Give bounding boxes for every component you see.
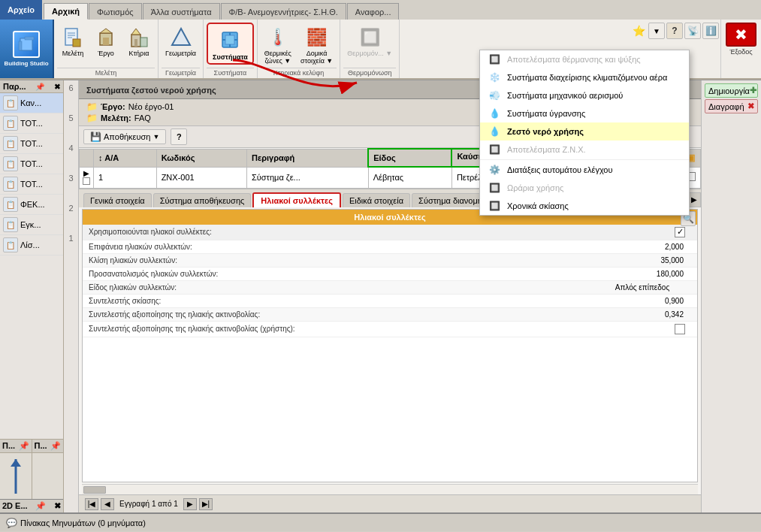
water-icon: 💧 <box>489 126 503 137</box>
left-panel-item-7[interactable]: 📋 Λίσ... <box>0 235 63 255</box>
detail-row-2: Κλίση ηλιακών συλλεκτών: 35,000 <box>83 254 697 268</box>
disabled-icon-0: 🔲 <box>489 54 503 65</box>
dropdown-menu: 🔲 Αποτελέσματα θέρμανσης και ψύξης ❄️ Συ… <box>479 50 690 216</box>
rss-icon[interactable]: 📡 <box>684 23 701 39</box>
folder-icon: 📁 <box>86 101 98 112</box>
svg-marker-12 <box>131 29 140 35</box>
ribbon-group-zones: 🌡️ Θερμικέςζώνες ▼ 🧱 Δομικάστοιχεία ▼ Κτ… <box>258 20 341 78</box>
folder2-icon: 📁 <box>86 113 98 123</box>
left-panel-item-2[interactable]: 📋 ΤΟΤ... <box>0 134 63 154</box>
2d-panel-header: 2D E... 📌 ✖ <box>0 499 63 512</box>
tab-archiki[interactable]: Αρχική <box>44 3 88 20</box>
left-panel-item-6[interactable]: 📋 Εγκ... <box>0 215 63 235</box>
menu-item-shading[interactable]: 🔲 Χρονικά σκίασης <box>480 197 689 215</box>
svg-rect-7 <box>73 39 80 47</box>
create-button[interactable]: Δημιουργία ✚ <box>705 83 758 98</box>
disabled-icon-1: 🔲 <box>489 144 503 155</box>
menu-item-humidity[interactable]: 💧 Συστήματα ύγρανσης <box>480 104 689 122</box>
ribbon-group-zones-label: Κτηριακά κελύφη <box>261 68 337 77</box>
left-panel-item-4[interactable]: 📋 ΤΟΤ... <box>0 174 63 195</box>
sub-tab-systima[interactable]: Σύστημα αποθήκευσης <box>153 193 252 207</box>
arrow-icon[interactable]: ▼ <box>648 23 665 39</box>
domika-stoixeia-button[interactable]: 🧱 Δομικάστοιχεία ▼ <box>297 23 337 68</box>
menu-item-auto[interactable]: ⚙️ Διατάξεις αυτομάτου ελέγχου <box>480 161 689 179</box>
humid-icon: 💧 <box>489 108 503 119</box>
left-panel-item-5[interactable]: 📋 ΦΕΚ... <box>0 195 63 215</box>
delete-button[interactable]: Διαγραφή ✖ <box>705 99 758 113</box>
left-panel-item-0[interactable]: 📋 Καν... <box>0 93 63 113</box>
building-studio-logo: Building Studio <box>0 20 54 78</box>
meleti-button[interactable]: Μελέτη <box>57 23 89 60</box>
geometria-button[interactable]: Γεωμετρία <box>162 23 200 60</box>
thermikes-zones-button[interactable]: 🌡️ Θερμικέςζώνες ▼ <box>261 23 295 68</box>
exit-button[interactable]: ✖ <box>726 23 756 47</box>
col-eidos[interactable]: Είδος <box>368 149 451 167</box>
menu-item-hot-water[interactable]: 💧 Ζεστό νερό χρήσης <box>480 122 689 141</box>
detail-panel: 🔍 Ηλιακοί συλλέκτες Χρησιμοποιούνται ηλι… <box>82 209 698 483</box>
left-panel: Παρ... 📌 ✖ 📋 Καν... 📋 ΤΟΤ... 📋 ΤΟΤ... <box>0 80 64 512</box>
detail-row-6: Συντελεστής αξιοποίησης της ηλιακής ακτι… <box>83 308 697 322</box>
ribbon-group-systimata: Συστήματα Συστήματα <box>204 20 258 78</box>
svg-rect-2 <box>25 37 34 40</box>
col-perigrafi: Περιγραφή <box>247 149 369 167</box>
svg-rect-1 <box>19 41 22 50</box>
nav-first[interactable]: |◀ <box>85 498 98 510</box>
status-bar: 💬 Πίνακας Μηνυμάτων (0 μηνύματα) <box>0 512 761 531</box>
bottom-panel-left: Π... 📌 <box>0 440 32 499</box>
nav-next[interactable]: ▶ <box>183 498 197 510</box>
star-icon[interactable]: ⭐ <box>630 23 647 39</box>
svg-marker-15 <box>172 29 190 45</box>
ribbon-group-systimata-label: Συστήματα <box>207 68 254 77</box>
save-button[interactable]: 💾 Αποθήκευση ▼ <box>83 129 166 144</box>
right-action-panel: Δημιουργία ✚ Διαγραφή ✖ <box>701 80 761 512</box>
nav-last[interactable]: ▶| <box>199 498 213 510</box>
checkbox-iliakoi[interactable]: ✓ <box>675 227 685 237</box>
svg-rect-13 <box>134 39 137 47</box>
sub-tab-genika[interactable]: Γενικά στοιχεία <box>83 193 152 207</box>
sub-tab-eidika[interactable]: Ειδικά στοιχεία <box>343 193 410 207</box>
menu-item-hours[interactable]: 🔲 Ωράρια χρήσης <box>480 179 689 197</box>
systimata-button[interactable]: Συστήματα <box>207 23 254 65</box>
tab-anemog[interactable]: Φ/Β- Ανεμογεννήτριες- Σ.Η.Θ. <box>221 3 346 20</box>
ktiria-button[interactable]: Κτήρια <box>123 23 155 60</box>
vent-icon: 💨 <box>489 90 503 101</box>
sub-tab-iliakoi[interactable]: Ηλιακοί συλλέκτες <box>252 192 341 207</box>
tab-fotismos[interactable]: Φωτισμός <box>89 3 142 20</box>
detail-row-7: Συντελεστής αξιοποίησης της ηλιακής ακτι… <box>83 322 697 337</box>
left-panel-item-3[interactable]: 📋 ΤΟΤ... <box>0 154 63 174</box>
ribbon-group-meleti-label: Μελέτη <box>57 68 155 77</box>
ribbon-group-meleti: Μελέτη Έργο Κτήρια Μελ <box>54 20 159 78</box>
ribbon-group-thermo-label: Θερμομόνωση <box>343 68 396 77</box>
col-aa: ↕ A/A <box>94 149 157 167</box>
row-expand-icon[interactable]: ▶ <box>83 169 89 177</box>
left-panel-item-1[interactable]: 📋 ΤΟΤ... <box>0 113 63 134</box>
menu-item-znx-results[interactable]: 🔲 Αποτελέσματα Ζ.Ν.Χ. <box>480 141 689 159</box>
info-icon[interactable]: ℹ️ <box>702 23 719 39</box>
question-icon[interactable]: ? <box>666 23 683 39</box>
menu-item-air[interactable]: ❄️ Συστήματα διαχείρισης κλιματιζόμενου … <box>480 68 689 86</box>
svg-rect-0 <box>20 38 32 50</box>
menu-item-heating[interactable]: 🔲 Αποτελέσματα θέρμανσης και ψύξης <box>480 50 689 68</box>
footer-nav: |◀ ◀ Εγγραφή 1 από 1 ▶ ▶| <box>79 494 701 512</box>
help-button[interactable]: ? <box>171 128 187 145</box>
checkbox-user[interactable] <box>675 324 685 334</box>
archio-tab[interactable]: Αρχείο <box>0 0 42 20</box>
thermomono-button[interactable]: 🔲 Θερμομόν... ▼ <box>343 23 396 60</box>
side-ruler: 6 5 4 3 2 1 <box>64 80 79 512</box>
tab-anafor[interactable]: Αναφορ... <box>347 3 400 20</box>
svg-rect-17 <box>225 35 234 44</box>
save-icon: 💾 <box>90 131 101 142</box>
air-icon: ❄️ <box>489 72 503 83</box>
svg-rect-10 <box>103 38 109 45</box>
exit-section: ✖ Έξοδος <box>720 20 761 78</box>
detail-scrollbar[interactable] <box>82 484 698 494</box>
tab-alla[interactable]: Άλλα συστήματα <box>143 3 220 20</box>
detail-row-3: Προσανατολισμός ηλιακών συλλεκτών: 180,0… <box>83 268 697 281</box>
ribbon-group-geometria-label: Γεωμετρία <box>162 68 200 77</box>
ribbon-group-thermo: 🔲 Θερμομόν... ▼ Θερμομόνωση <box>340 20 400 78</box>
auto-icon: ⚙️ <box>489 165 503 175</box>
col-expand <box>80 149 94 167</box>
nav-prev[interactable]: ◀ <box>101 498 114 510</box>
menu-item-ventilation[interactable]: 💨 Συστήματα μηχανικού αερισμού <box>480 86 689 104</box>
ergo-button[interactable]: Έργο <box>90 23 122 60</box>
